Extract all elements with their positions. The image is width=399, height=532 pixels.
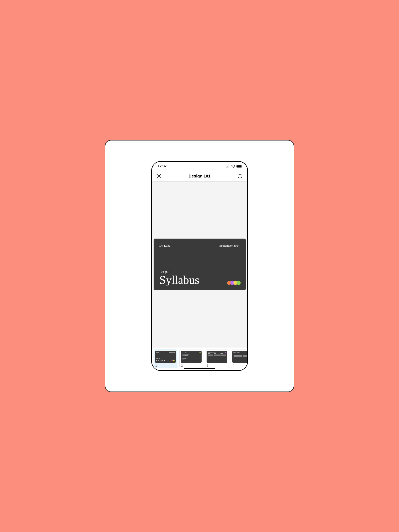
thumb-title: Course outline [232,351,247,353]
thumbnail-slide-4[interactable]: Course outline 4 [231,349,247,368]
svg-rect-0 [227,167,227,167]
thumb-number: 2 [181,364,202,367]
thumb-number: 3 [207,364,227,367]
phone-device: 12:37 [151,161,248,371]
thumb-date: September 2024 [169,352,175,353]
thumb-number: 1 [155,364,176,367]
more-button[interactable] [237,173,243,180]
list-item: 6. Resources [182,359,200,361]
thumbnail-slide-1[interactable]: Dr. Luna September 2024 Design 101 Sylla… [154,349,177,368]
slide-color-dots [227,281,241,285]
thumb-columns [232,353,247,358]
thumb-author: Dr. Luna [156,352,159,353]
home-indicator[interactable] [184,368,215,369]
slide-author: Dr. Luna [159,244,171,247]
thumb-list: 1. Introduction 2. Course Outline 3. Ass… [181,351,202,362]
list-item: 1. Introduction [182,352,200,354]
thumbnail-preview: Academic Policies [207,351,227,363]
slide-canvas[interactable]: Dr. Luna September 2024 Design 101 Sylla… [152,182,247,347]
dot-icon [225,352,226,353]
slide-date: September 2024 [219,244,240,247]
thumbnail-slide-2[interactable]: 1. Introduction 2. Course Outline 3. Ass… [179,349,203,368]
nav-title: Design 101 [189,174,210,178]
svg-rect-5 [237,165,241,167]
status-indicators [227,165,242,168]
svg-rect-1 [228,166,228,168]
thumbnail-preview: Course outline [232,351,247,363]
battery-icon [236,165,242,168]
thumbnail-preview: Dr. Luna September 2024 Design 101 Sylla… [155,351,176,363]
wifi-icon [232,165,235,168]
thumb-number: 4 [232,364,247,367]
list-item: 3. Assignments [182,355,200,356]
thumb-title: Academic Policies [207,351,227,353]
status-bar: 12:37 [152,162,247,171]
slide-header-row: Dr. Luna September 2024 [159,244,240,247]
dot-icon [236,281,241,285]
thumb-columns [207,353,227,357]
svg-rect-2 [228,166,229,167]
outer-frame: 12:37 [105,140,294,392]
thumbnail-preview: 1. Introduction 2. Course Outline 3. Ass… [181,351,202,363]
svg-point-8 [239,176,240,177]
list-item: 5. Policies [182,358,200,359]
more-icon [238,174,242,178]
slide-filmstrip[interactable]: Dr. Luna September 2024 Design 101 Sylla… [152,347,247,370]
close-button[interactable] [156,173,162,180]
svg-rect-6 [242,166,242,167]
list-item: 2. Course Outline [182,354,200,355]
slide-course: Design 101 [159,270,240,274]
main-slide[interactable]: Dr. Luna September 2024 Design 101 Sylla… [154,239,246,290]
svg-point-10 [241,176,241,177]
close-icon [157,174,161,178]
thumbnail-slide-3[interactable]: Academic Policies 3 [205,349,229,368]
svg-rect-3 [230,165,230,167]
cellular-icon [227,165,230,167]
svg-point-9 [240,176,241,177]
list-item: 4. Readings [182,356,200,358]
status-time: 12:37 [158,164,167,168]
dot-icon [200,352,201,353]
thumb-dots [172,360,175,361]
thumb-title: Syllabus [156,359,165,362]
nav-bar: Design 101 [152,171,247,182]
